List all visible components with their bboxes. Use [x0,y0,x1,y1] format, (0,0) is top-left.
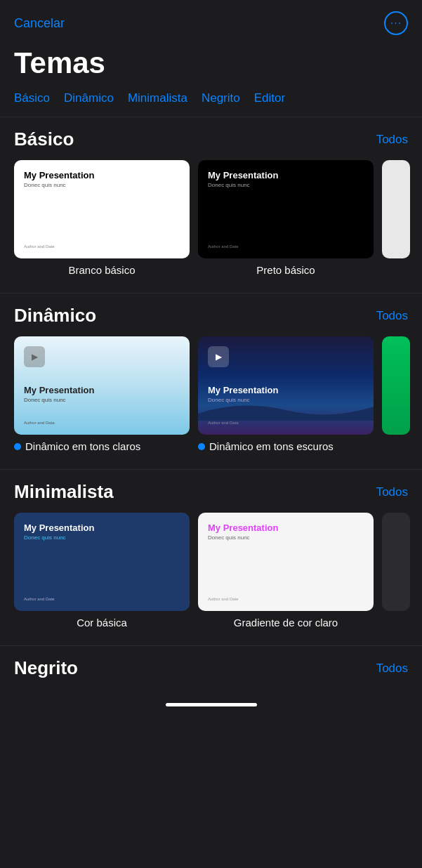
nav-item-dynamic[interactable]: Dinâmico [64,91,114,105]
section-dynamic-header: Dinâmico Todos [0,305,422,336]
theme-preview-minimalist-color: My Presentation Donec quis nunc Author a… [14,513,190,611]
theme-dynamic-light-author: Author and Data [24,421,180,425]
section-minimalist-all-button[interactable]: Todos [376,485,408,499]
section-bold: Negrito Todos [0,645,422,695]
theme-preview-dynamic-light: ▶ My Presentation Donec quis nunc Author… [14,336,190,435]
dot-indicator-dark: Dinâmico em tons escuros [198,440,334,452]
theme-thumbnail-minimalist-color: My Presentation Donec quis nunc Author a… [14,513,190,611]
dot-indicator-light: Dinâmico em tons claros [14,440,140,452]
theme-minimalist-color-label: Cor básica [77,617,127,629]
theme-black-title: My Presentation [208,170,364,180]
theme-item-basic-white[interactable]: My Presentation Donec quis nunc Author a… [14,160,190,276]
theme-preview-black: My Presentation Donec quis nunc Author a… [198,160,374,258]
theme-item-minimalist-gradient[interactable]: My Presentation Donec quis nunc Author a… [198,513,374,629]
section-minimalist-title: Minimalista [14,481,114,503]
section-dynamic: Dinâmico Todos ▶ My Presentation Donec q… [0,293,422,469]
theme-item-dynamic-light[interactable]: ▶ My Presentation Donec quis nunc Author… [14,336,190,452]
header: Cancelar ··· [0,0,422,41]
theme-minimalist-gradient-author: Author and Date [208,597,364,601]
nav-item-editor[interactable]: Editor [254,91,285,105]
category-nav: Básico Dinâmico Minimalista Negrito Edit… [0,91,422,117]
section-bold-title: Negrito [14,657,78,679]
theme-preview-minimalist-gradient: My Presentation Donec quis nunc Author a… [198,513,374,611]
section-bold-all-button[interactable]: Todos [376,662,408,676]
theme-thumbnail-dynamic-light: ▶ My Presentation Donec quis nunc Author… [14,336,190,435]
section-minimalist: Minimalista Todos My Presentation Donec … [0,469,422,645]
cancel-button[interactable]: Cancelar [14,16,65,31]
theme-preview-white: My Presentation Donec quis nunc Author a… [14,160,190,258]
theme-white-subtitle: Donec quis nunc [24,182,180,188]
theme-item-minimalist-color[interactable]: My Presentation Donec quis nunc Author a… [14,513,190,629]
section-basic-all-button[interactable]: Todos [376,133,408,147]
theme-white-label: Branco básico [68,264,135,276]
ellipsis-icon: ··· [390,17,402,29]
theme-partial-green [382,336,410,435]
theme-thumbnail-basic-white: My Presentation Donec quis nunc Author a… [14,160,190,258]
theme-minimalist-gradient-title: My Presentation [208,522,364,533]
theme-white-author: Author and Date [24,244,180,249]
section-dynamic-all-button[interactable]: Todos [376,309,408,323]
theme-dynamic-light-title: My Presentation [24,385,180,395]
nav-item-basic[interactable]: Básico [14,91,50,105]
theme-black-subtitle: Donec quis nunc [208,182,364,188]
theme-partial-third [382,160,410,258]
theme-item-dynamic-dark[interactable]: ▶ My Presentation Donec quis nunc Author… [198,336,374,452]
nav-item-bold[interactable]: Negrito [202,91,240,105]
theme-dynamic-light-label: Dinâmico em tons claros [25,440,140,452]
theme-minimalist-color-title: My Presentation [24,522,180,533]
theme-dynamic-dark-label: Dinâmico em tons escuros [209,440,334,452]
section-dynamic-title: Dinâmico [14,305,96,327]
bottom-indicator [0,695,422,706]
theme-white-title: My Presentation [24,170,180,180]
theme-preview-dynamic-dark: ▶ My Presentation Donec quis nunc Author… [198,336,374,435]
theme-partial-dark [382,513,410,611]
section-basic-header: Básico Todos [0,129,422,160]
theme-dynamic-dark-title: My Presentation [208,385,364,395]
theme-black-author: Author and Date [208,244,364,249]
theme-dynamic-dark-author: Author and Data [208,421,364,425]
theme-thumbnail-basic-black: My Presentation Donec quis nunc Author a… [198,160,374,258]
theme-minimalist-gradient-subtitle: Donec quis nunc [208,534,364,541]
play-icon-light: ▶ [24,346,45,367]
theme-dynamic-light-subtitle: Donec quis nunc [24,397,180,403]
dynamic-themes-row: ▶ My Presentation Donec quis nunc Author… [0,336,422,463]
theme-dynamic-dark-subtitle: Donec quis nunc [208,397,364,403]
theme-thumbnail-dynamic-dark: ▶ My Presentation Donec quis nunc Author… [198,336,374,435]
minimalist-themes-row: My Presentation Donec quis nunc Author a… [0,513,422,640]
dot-light [14,443,21,450]
dot-dark [198,443,205,450]
play-icon-dark: ▶ [208,346,229,367]
section-bold-header: Negrito Todos [0,657,422,689]
section-minimalist-header: Minimalista Todos [0,481,422,513]
theme-minimalist-color-author: Author and Date [24,597,180,601]
basic-themes-row: My Presentation Donec quis nunc Author a… [0,160,422,287]
theme-minimalist-gradient-label: Gradiente de cor claro [234,617,338,629]
more-options-button[interactable]: ··· [384,11,408,35]
theme-item-basic-black[interactable]: My Presentation Donec quis nunc Author a… [198,160,374,276]
nav-item-minimalist[interactable]: Minimalista [128,91,187,105]
home-indicator [166,703,257,706]
theme-thumbnail-minimalist-gradient: My Presentation Donec quis nunc Author a… [198,513,374,611]
theme-black-label: Preto básico [256,264,315,276]
section-basic-title: Básico [14,129,74,150]
section-basic: Básico Todos My Presentation Donec quis … [0,117,422,293]
page-title: Temas [0,41,422,91]
theme-minimalist-color-subtitle: Donec quis nunc [24,534,180,541]
